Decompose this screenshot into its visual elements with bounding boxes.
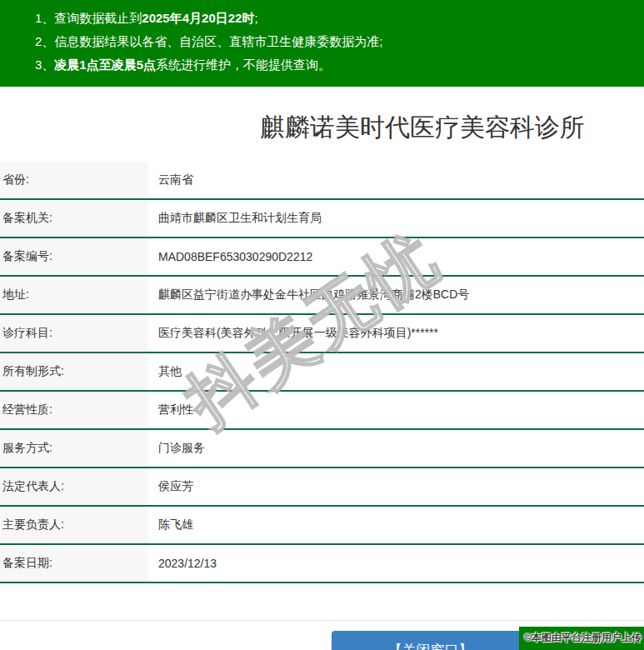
notice-number: 1、 — [35, 11, 54, 25]
table-row-medical-subjects: 诊疗科目: 医疗美容科(美容外科：限开展一级美容外科项目)****** — [0, 315, 644, 353]
divider-line — [0, 620, 644, 621]
row-value: 陈飞雄 — [148, 507, 193, 543]
copyright-badge: ©本图由平台注册用户上传 — [519, 627, 644, 650]
row-label: 法定代表人: — [0, 468, 148, 505]
row-value: 侯应芳 — [148, 468, 193, 505]
notice-text: ; — [254, 11, 257, 25]
row-value: 门诊服务 — [148, 430, 205, 467]
table-row-business-nature: 经营性质: 营利性 — [0, 392, 644, 430]
notice-line-3: 3、凌晨1点至凌晨5点系统进行维护，不能提供查询。 — [35, 53, 644, 77]
row-label: 地址: — [0, 277, 148, 313]
notice-text-bold: 凌晨1点至凌晨5点 — [54, 58, 156, 72]
close-window-button[interactable]: 【关闭窗口】 — [332, 631, 529, 650]
row-value: 医疗美容科(美容外科：限开展一级美容外科项目)****** — [148, 315, 438, 352]
notice-banner: 1、查询数据截止到2025年4月20日22时; 2、信息数据结果以各省、自治区、… — [0, 0, 644, 87]
notice-text-bold: 2025年4月20日22时 — [142, 11, 254, 25]
row-value: 麒麟区益宁街道办事处金牛社区曲鸡路雍景湾商铺2楼BCD号 — [148, 277, 469, 313]
row-value: 曲靖市麒麟区卫生和计划生育局 — [148, 200, 322, 237]
row-label: 经营性质: — [0, 392, 148, 428]
table-row-filing-date: 备案日期: 2023/12/13 — [0, 545, 644, 583]
table-row-ownership-form: 所有制形式: 其他 — [0, 353, 644, 392]
table-row-province: 省份: 云南省 — [0, 162, 644, 200]
row-label: 省份: — [0, 162, 148, 198]
row-label: 备案机关: — [0, 200, 148, 237]
notice-number: 2、 — [35, 34, 54, 48]
row-label: 所有制形式: — [0, 353, 148, 390]
table-row-service-mode: 服务方式: 门诊服务 — [0, 430, 644, 468]
row-label: 备案编号: — [0, 238, 148, 275]
notice-text: 信息数据结果以各省、自治区、直辖市卫生健康委数据为准; — [54, 34, 382, 48]
page-container: 1、查询数据截止到2025年4月20日22时; 2、信息数据结果以各省、自治区、… — [0, 0, 644, 650]
notice-number: 3、 — [35, 58, 54, 72]
row-label: 服务方式: — [0, 430, 148, 467]
table-row-filing-number: 备案编号: MAD08BEF653030290D2212 — [0, 238, 644, 277]
row-label: 主要负责人: — [0, 507, 148, 543]
row-value: 云南省 — [148, 162, 193, 198]
table-row-legal-representative: 法定代表人: 侯应芳 — [0, 468, 644, 507]
page-title: 麒麟诺美时代医疗美容科诊所 — [0, 110, 644, 145]
row-value: 营利性 — [148, 392, 193, 428]
table-row-principal: 主要负责人: 陈飞雄 — [0, 507, 644, 545]
table-row-address: 地址: 麒麟区益宁街道办事处金牛社区曲鸡路雍景湾商铺2楼BCD号 — [0, 277, 644, 315]
notice-line-1: 1、查询数据截止到2025年4月20日22时; — [35, 7, 644, 30]
notice-text: 系统进行维护，不能提供查询。 — [156, 58, 331, 72]
notice-text: 查询数据截止到 — [54, 11, 142, 25]
row-value: MAD08BEF653030290D2212 — [148, 238, 312, 275]
row-value: 2023/12/13 — [148, 545, 217, 582]
info-table: 省份: 云南省 备案机关: 曲靖市麒麟区卫生和计划生育局 备案编号: MAD08… — [0, 162, 644, 583]
notice-line-2: 2、信息数据结果以各省、自治区、直辖市卫生健康委数据为准; — [35, 30, 644, 53]
row-label: 诊疗科目: — [0, 315, 148, 352]
row-value: 其他 — [148, 353, 182, 390]
row-label: 备案日期: — [0, 545, 148, 582]
table-row-filing-authority: 备案机关: 曲靖市麒麟区卫生和计划生育局 — [0, 200, 644, 238]
